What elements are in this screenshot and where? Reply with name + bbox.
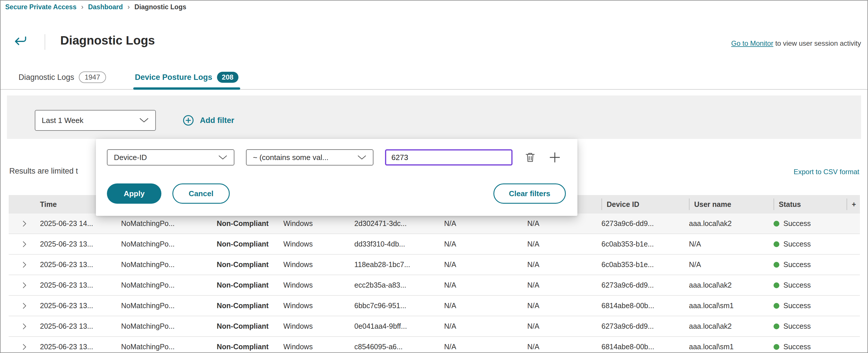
add-column-button[interactable]: + <box>846 199 860 210</box>
cell-col7: N/A <box>444 281 527 289</box>
cell-col8: N/A <box>527 240 601 248</box>
cell-os: Windows <box>283 219 354 228</box>
tab-bar: Diagnostic Logs 1947 Device Posture Logs… <box>1 69 867 90</box>
table-row[interactable]: 2025-06-23 13... NoMatchingPo... Non-Com… <box>9 296 860 316</box>
cell-status: Success <box>774 260 846 269</box>
chevron-right-icon <box>20 302 29 310</box>
results-limit-note: Results are limited t <box>9 167 78 176</box>
device-posture-logs-table: Time Device ID User name Status + 2025-0… <box>9 195 860 353</box>
row-expander[interactable] <box>9 322 40 331</box>
tab-device-posture-logs[interactable]: Device Posture Logs 208 <box>133 69 240 89</box>
cell-status: Success <box>774 322 846 330</box>
header-user-name: User name <box>689 199 774 210</box>
cell-user-name: aaa.local\sm1 <box>689 302 774 310</box>
tab-diagnostic-logs-label: Diagnostic Logs <box>19 73 74 82</box>
cell-id: c8546095-a6... <box>354 343 444 351</box>
cell-id: 0e041aa4-9bff... <box>354 322 444 330</box>
chevron-right-icon <box>20 343 29 351</box>
tab-diagnostic-logs[interactable]: Diagnostic Logs 1947 <box>17 69 108 89</box>
status-label: Success <box>783 260 811 269</box>
export-csv-link[interactable]: Export to CSV format <box>794 168 859 176</box>
table-row[interactable]: 2025-06-23 14... NoMatchingPo... Non-Com… <box>9 214 860 234</box>
cell-policy: NoMatchingPo... <box>121 343 217 351</box>
cell-result: Non-Compliant <box>217 322 283 330</box>
cell-status: Success <box>774 302 846 310</box>
cell-user-name: N/A <box>689 240 774 248</box>
table-row[interactable]: 2025-06-23 13... NoMatchingPo... Non-Com… <box>9 275 860 296</box>
cell-id: dd33f310-4db... <box>354 240 444 248</box>
cell-id: 6bbc7c96-951... <box>354 302 444 310</box>
back-arrow-icon <box>13 34 28 49</box>
cell-device-id: 6273a9c6-dd9... <box>601 322 689 330</box>
row-expander[interactable] <box>9 219 40 228</box>
breadcrumb-dashboard[interactable]: Dashboard <box>88 3 123 11</box>
cell-os: Windows <box>283 281 354 289</box>
table-row[interactable]: 2025-06-23 13... NoMatchingPo... Non-Com… <box>9 255 860 275</box>
chevron-right-icon <box>20 240 29 249</box>
time-range-value: Last 1 Week <box>42 116 84 125</box>
filter-value-input[interactable] <box>385 149 513 166</box>
clear-filters-button[interactable]: Clear filters <box>493 183 566 204</box>
breadcrumb-separator-icon: › <box>127 3 130 11</box>
table-row[interactable]: 2025-06-23 13... NoMatchingPo... Non-Com… <box>9 234 860 255</box>
filter-bar: Last 1 Week Add filter <box>7 96 861 139</box>
row-expander[interactable] <box>9 343 40 351</box>
back-button[interactable] <box>12 33 29 50</box>
cell-col7: N/A <box>444 343 527 351</box>
status-dot-icon <box>774 344 779 350</box>
chevron-right-icon <box>20 322 29 331</box>
status-label: Success <box>783 240 811 248</box>
monitor-line: Go to Monitor to view user session activ… <box>731 39 861 47</box>
row-expander[interactable] <box>9 240 40 249</box>
cell-policy: NoMatchingPo... <box>121 302 217 310</box>
table-row[interactable]: 2025-06-23 13... NoMatchingPo... Non-Com… <box>9 316 860 337</box>
chevron-right-icon <box>20 281 29 290</box>
status-dot-icon <box>774 221 779 226</box>
monitor-suffix-text: to view user session activity <box>775 39 861 47</box>
cell-device-id: 6c0ab353-b1e... <box>601 260 689 269</box>
cell-time: 2025-06-23 13... <box>40 322 121 330</box>
row-expander[interactable] <box>9 260 40 269</box>
cell-col8: N/A <box>527 302 601 310</box>
status-label: Success <box>783 219 811 228</box>
cell-id: 118eab28-1bc7... <box>354 260 444 269</box>
status-dot-icon <box>774 323 779 329</box>
cell-status: Success <box>774 219 846 228</box>
time-range-select[interactable]: Last 1 Week <box>35 110 156 131</box>
add-filter-row-button[interactable] <box>548 150 562 164</box>
plus-circle-icon <box>182 114 195 127</box>
go-to-monitor-link[interactable]: Go to Monitor <box>731 39 773 47</box>
status-dot-icon <box>774 303 779 309</box>
row-expander[interactable] <box>9 281 40 290</box>
cancel-button[interactable]: Cancel <box>173 183 230 204</box>
cell-policy: NoMatchingPo... <box>121 219 217 228</box>
breadcrumb-secure-private-access[interactable]: Secure Private Access <box>5 3 76 11</box>
delete-filter-button[interactable] <box>524 151 536 164</box>
filter-popup-controls: Device-ID ~ (contains some val... <box>107 149 562 166</box>
filter-operator-select[interactable]: ~ (contains some val... <box>246 149 373 166</box>
cell-id: ecc2b35a-a83... <box>354 281 444 289</box>
add-filter-button[interactable]: Add filter <box>182 114 235 127</box>
trash-icon <box>524 151 536 164</box>
cell-time: 2025-06-23 13... <box>40 302 121 310</box>
cell-os: Windows <box>283 322 354 330</box>
apply-button[interactable]: Apply <box>107 183 161 204</box>
tab-diagnostic-logs-count-badge: 1947 <box>79 71 106 83</box>
cell-status: Success <box>774 281 846 289</box>
chevron-right-icon <box>20 219 29 228</box>
cell-col8: N/A <box>527 260 601 269</box>
cell-user-name: aaa.local\ak2 <box>689 219 774 228</box>
filter-operator-value: ~ (contains some val... <box>253 153 329 162</box>
cell-col7: N/A <box>444 322 527 330</box>
filter-field-select[interactable]: Device-ID <box>107 149 235 166</box>
cell-device-id: 6273a9c6-dd9... <box>601 281 689 289</box>
cell-time: 2025-06-23 13... <box>40 240 121 248</box>
cell-result: Non-Compliant <box>217 281 283 289</box>
add-filter-label: Add filter <box>200 116 235 125</box>
cell-id: 2d302471-3dc... <box>354 219 444 228</box>
chevron-right-icon <box>20 260 29 269</box>
breadcrumb-diagnostic-logs: Diagnostic Logs <box>134 3 186 11</box>
row-expander[interactable] <box>9 302 40 310</box>
filter-field-value: Device-ID <box>114 153 147 162</box>
table-row[interactable]: 2025-06-23 13... NoMatchingPo... Non-Com… <box>9 337 860 353</box>
